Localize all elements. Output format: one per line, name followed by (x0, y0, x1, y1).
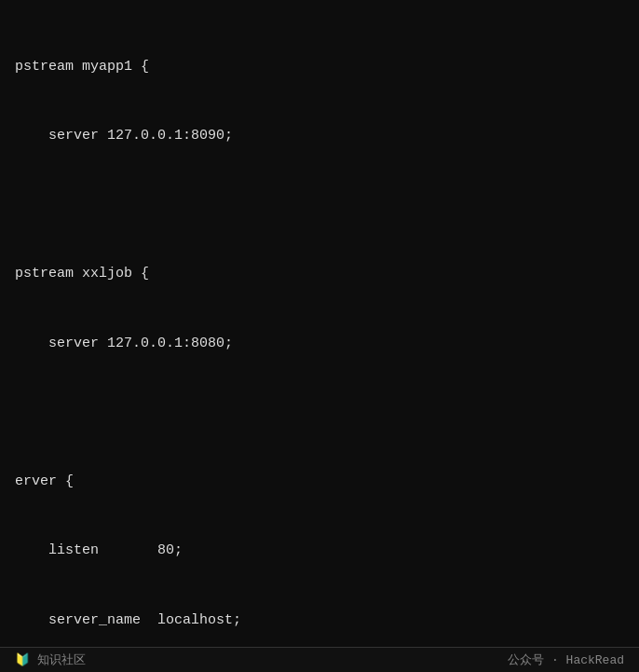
code-container: pstream myapp1 { server 127.0.0.1:8090; … (0, 0, 639, 672)
line-8: listen 80; (15, 540, 624, 563)
bottom-bar: 🔰 知识社区 公众号 · HackRead (0, 647, 639, 672)
line-2: server 127.0.0.1:8090; (15, 125, 624, 148)
line-6 (15, 402, 624, 425)
watermark-left: 🔰 知识社区 (15, 651, 86, 668)
line-7: erver { (15, 471, 624, 494)
line-9: server_name localhost; (15, 610, 624, 633)
watermark-right: 公众号 · HackRead (508, 651, 624, 668)
line-5: server 127.0.0.1:8080; (15, 333, 624, 356)
line-4: pstream xxljob { (15, 263, 624, 286)
line-1: pstream myapp1 { (15, 56, 624, 79)
line-3 (15, 194, 624, 217)
